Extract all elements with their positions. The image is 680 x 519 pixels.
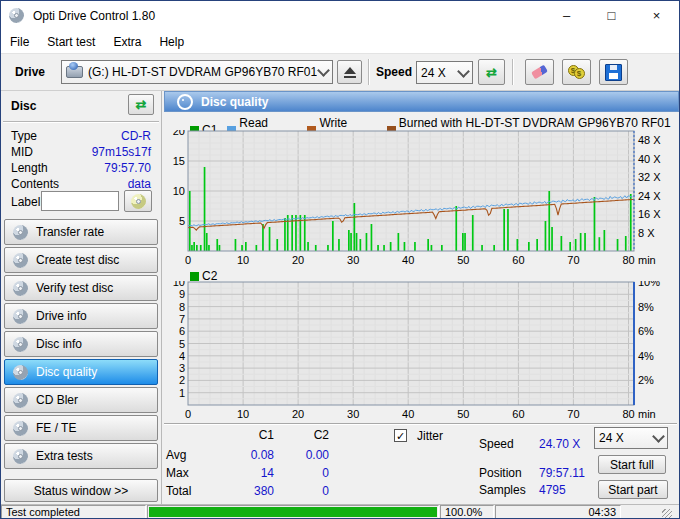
close-button[interactable]: × bbox=[634, 1, 679, 30]
refresh-disc-button[interactable]: ⇄ bbox=[128, 94, 154, 115]
app-window: Opti Drive Control 1.80 – □ × File Start… bbox=[0, 0, 680, 519]
speed-label: Speed bbox=[376, 65, 412, 79]
disc-mid-label: MID bbox=[11, 145, 33, 159]
resize-grip[interactable] bbox=[662, 509, 672, 519]
menu-bar: File Start test Extra Help bbox=[1, 31, 679, 53]
start-full-label: Start full bbox=[610, 458, 654, 472]
svg-text:70: 70 bbox=[567, 254, 579, 266]
total-c1-value: 380 bbox=[224, 484, 274, 498]
minimize-button[interactable]: – bbox=[544, 1, 589, 30]
svg-text:8 X: 8 X bbox=[638, 227, 655, 239]
disc-type-label: Type bbox=[11, 129, 37, 143]
save-icon bbox=[605, 64, 622, 81]
start-part-button[interactable]: Start part bbox=[598, 480, 668, 499]
menu-extra[interactable]: Extra bbox=[104, 32, 150, 52]
speed-stat-value: 24.70 X bbox=[539, 437, 580, 451]
jitter-checkbox[interactable]: ✓ bbox=[394, 429, 407, 442]
avg-label: Avg bbox=[166, 448, 186, 462]
eject-button[interactable] bbox=[337, 60, 362, 84]
svg-text:40 X: 40 X bbox=[638, 153, 661, 165]
speed-select[interactable]: 24 X bbox=[416, 61, 473, 84]
sidebar-item-disc-quality[interactable]: Disc quality bbox=[4, 359, 158, 385]
window-title: Opti Drive Control 1.80 bbox=[33, 9, 155, 23]
svg-text:30: 30 bbox=[347, 408, 359, 420]
svg-text:10%: 10% bbox=[638, 281, 660, 288]
start-part-label: Start part bbox=[608, 483, 657, 497]
start-full-button[interactable]: Start full bbox=[598, 455, 666, 474]
transfer-rate-icon bbox=[13, 225, 28, 240]
max-label: Max bbox=[166, 466, 189, 480]
sidebar-item-label: CD Bler bbox=[36, 393, 78, 407]
svg-text:6: 6 bbox=[179, 325, 185, 337]
refresh-icon: ⇄ bbox=[136, 98, 147, 111]
test-speed-select[interactable]: 24 X bbox=[594, 427, 668, 449]
erase-disc-button[interactable] bbox=[525, 59, 554, 85]
max-c2-value: 0 bbox=[279, 466, 329, 480]
svg-text:15: 15 bbox=[173, 155, 185, 167]
toolbar: Drive (G:) HL-DT-ST DVDRAM GP96YB70 RF01… bbox=[1, 53, 679, 91]
disc-label-button[interactable] bbox=[124, 190, 152, 212]
disc-length-label: Length bbox=[11, 161, 48, 175]
svg-text:1: 1 bbox=[179, 387, 185, 399]
disc-mid-value: 97m15s17f bbox=[92, 145, 151, 159]
svg-text:6%: 6% bbox=[638, 325, 654, 337]
progress-percent: 100.0% bbox=[440, 505, 494, 519]
sidebar-item-drive-info[interactable]: Drive info bbox=[4, 303, 158, 329]
svg-text:60: 60 bbox=[512, 408, 524, 420]
stats-col-c1: C1 bbox=[224, 428, 274, 442]
c1-chart: 51015208 X16 X24 X32 X40 X48 X0102030405… bbox=[162, 130, 680, 271]
c2-legend-swatch bbox=[190, 272, 199, 281]
svg-text:3: 3 bbox=[179, 362, 185, 374]
svg-text:7: 7 bbox=[179, 313, 185, 325]
toolbar-separator bbox=[512, 59, 514, 85]
maximize-button[interactable]: □ bbox=[589, 1, 634, 30]
cd-bler-icon bbox=[13, 393, 28, 408]
divider bbox=[3, 121, 159, 123]
svg-text:50: 50 bbox=[457, 408, 469, 420]
sidebar-item-label: Create test disc bbox=[36, 253, 119, 267]
save-button[interactable] bbox=[599, 59, 628, 85]
sidebar-item-fe-te[interactable]: FE / TE bbox=[4, 415, 158, 441]
app-icon bbox=[9, 8, 24, 23]
sidebar-item-verify-test-disc[interactable]: Verify test disc bbox=[4, 275, 158, 301]
drive-select-value: (G:) HL-DT-ST DVDRAM GP96YB70 RF01 bbox=[88, 65, 317, 79]
menu-help[interactable]: Help bbox=[150, 32, 193, 52]
sidebar-item-cd-bler[interactable]: CD Bler bbox=[4, 387, 158, 413]
sidebar-item-create-test-disc[interactable]: Create test disc bbox=[4, 247, 158, 273]
coins-icon: $$ bbox=[568, 65, 586, 79]
svg-text:80: 80 bbox=[622, 254, 634, 266]
drive-select[interactable]: (G:) HL-DT-ST DVDRAM GP96YB70 RF01 bbox=[61, 60, 333, 84]
refresh-speed-button[interactable]: ⇄ bbox=[478, 59, 505, 85]
eject-icon bbox=[344, 67, 356, 78]
svg-text:0: 0 bbox=[185, 254, 191, 266]
sidebar-item-label: Extra tests bbox=[36, 449, 93, 463]
svg-text:10: 10 bbox=[237, 408, 249, 420]
progress-bar bbox=[147, 505, 439, 519]
svg-text:24 X: 24 X bbox=[638, 190, 661, 202]
sidebar-item-label: FE / TE bbox=[36, 421, 76, 435]
sidebar-item-disc-info[interactable]: Disc info bbox=[4, 331, 158, 357]
svg-text:min: min bbox=[638, 408, 656, 420]
sidebar-item-label: Disc info bbox=[36, 337, 82, 351]
sidebar-item-transfer-rate[interactable]: Transfer rate bbox=[4, 219, 158, 245]
status-spacer bbox=[622, 505, 678, 519]
drive-icon bbox=[66, 66, 83, 78]
svg-text:70: 70 bbox=[567, 408, 579, 420]
max-c1-value: 14 bbox=[224, 466, 274, 480]
eraser-icon bbox=[531, 65, 548, 80]
status-window-button[interactable]: Status window >> bbox=[4, 479, 158, 502]
disc-label-input[interactable] bbox=[41, 191, 119, 211]
register-button[interactable]: $$ bbox=[562, 59, 591, 85]
svg-text:10: 10 bbox=[173, 185, 185, 197]
disc-label-label: Label bbox=[11, 195, 40, 209]
svg-text:80: 80 bbox=[622, 408, 634, 420]
svg-text:0: 0 bbox=[185, 408, 191, 420]
disc-info-icon bbox=[13, 337, 28, 352]
title-bar: Opti Drive Control 1.80 – □ × bbox=[1, 1, 679, 31]
svg-text:30: 30 bbox=[347, 254, 359, 266]
disc-contents-value: data bbox=[128, 177, 151, 191]
sidebar-item-extra-tests[interactable]: Extra tests bbox=[4, 443, 158, 469]
svg-text:10: 10 bbox=[173, 281, 185, 288]
menu-start-test[interactable]: Start test bbox=[38, 32, 104, 52]
menu-file[interactable]: File bbox=[1, 32, 38, 52]
